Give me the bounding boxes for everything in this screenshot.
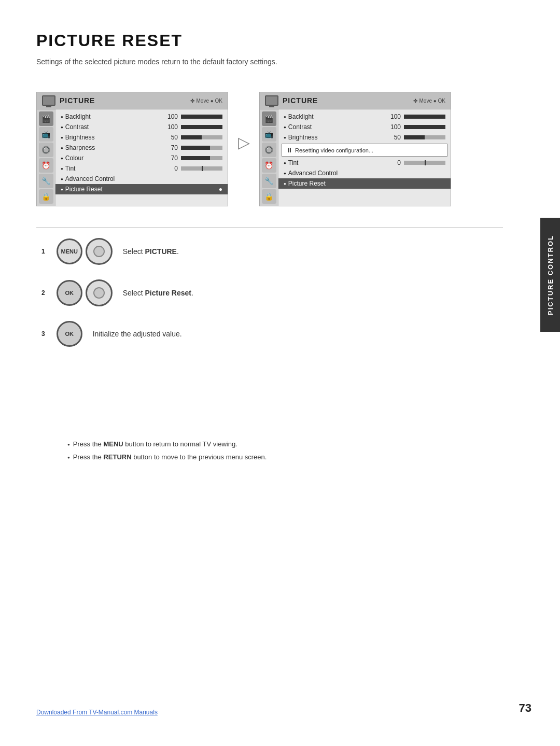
joystick-2-inner bbox=[93, 287, 105, 299]
bullet: ● bbox=[61, 146, 63, 150]
item-value: 100 bbox=[389, 113, 401, 120]
note-1-bold: MENU bbox=[103, 440, 123, 448]
item-label: Backlight bbox=[65, 113, 166, 120]
item-value: 100 bbox=[389, 123, 401, 131]
sidebar-icon-r5: 🔧 bbox=[262, 174, 276, 188]
screen-left-title: PICTURE bbox=[60, 96, 186, 105]
screen-right-nav: ✤ Move ● OK bbox=[413, 98, 446, 104]
sidebar-icon-2: 📺 bbox=[39, 127, 53, 142]
bar-fill bbox=[181, 125, 222, 129]
ok-button-2-label: OK bbox=[65, 290, 74, 296]
tint-marker bbox=[425, 160, 426, 165]
monitor-icon-right bbox=[265, 95, 278, 106]
bullet: ● bbox=[61, 115, 63, 119]
menu-item-reset-left: ● Picture Reset ● bbox=[55, 184, 228, 194]
menu-item-sharpness-left: ● Sharpness 70 bbox=[55, 143, 228, 153]
bar-container bbox=[404, 115, 445, 119]
reset-icon: ⏸ bbox=[286, 146, 293, 154]
item-label: Brightness bbox=[65, 134, 166, 141]
joystick-1[interactable] bbox=[86, 238, 113, 265]
item-label: Contrast bbox=[288, 123, 389, 131]
bar-tint bbox=[181, 166, 222, 171]
bar-fill bbox=[181, 156, 210, 160]
bar-fill bbox=[181, 135, 202, 139]
bullet: ● bbox=[61, 166, 63, 171]
bar-container bbox=[181, 115, 222, 119]
bullet: ● bbox=[61, 135, 63, 140]
footer-link[interactable]: Downloaded From TV-Manual.com Manuals bbox=[36, 709, 158, 716]
sidebar-icon-5: 🔧 bbox=[39, 174, 53, 188]
page-number: 73 bbox=[519, 701, 531, 715]
sidebar-icon-r4: ⏰ bbox=[262, 158, 276, 173]
item-label: Advanced Control bbox=[65, 175, 222, 182]
note-1-text: Press the MENU button to return to norma… bbox=[73, 440, 237, 448]
ok-button-3-label: OK bbox=[65, 331, 74, 337]
step-2-row: 2 OK Select Picture Reset. bbox=[41, 279, 503, 306]
joystick-1-inner bbox=[93, 246, 105, 257]
screens-row: PICTURE ✤ Move ● OK 🎬 📺 🔘 ⏰ 🔧 🔒 bbox=[36, 92, 503, 206]
screen-left-body: 🎬 📺 🔘 ⏰ 🔧 🔒 ● Backlight 100 bbox=[37, 109, 228, 206]
screen-right-body: 🎬 📺 🔘 ⏰ 🔧 🔒 ● Backlight 100 ● bbox=[260, 109, 451, 206]
bullet: ● bbox=[61, 177, 63, 181]
ok-button-2[interactable]: OK bbox=[57, 280, 82, 306]
sidebar-icon-3: 🔘 bbox=[39, 143, 53, 157]
bar-fill bbox=[404, 115, 445, 119]
menu-item-backlight-left: ● Backlight 100 bbox=[55, 111, 228, 122]
bullet: ● bbox=[61, 125, 63, 130]
item-label: Picture Reset bbox=[65, 186, 219, 193]
item-label: Tint bbox=[65, 165, 166, 172]
step-1-bold: PICTURE bbox=[145, 247, 177, 256]
sidebar-icon-4: ⏰ bbox=[39, 158, 53, 173]
menu-item-colour-left: ● Colour 70 bbox=[55, 153, 228, 163]
screen-right-sidebar: 🎬 📺 🔘 ⏰ 🔧 🔒 bbox=[260, 109, 278, 206]
item-label: Contrast bbox=[65, 123, 166, 131]
step-2-buttons: OK bbox=[57, 279, 113, 306]
steps-section: 1 MENU Select PICTURE. 2 OK bbox=[36, 238, 503, 347]
menu-item-brightness-right: ● Brightness 50 bbox=[278, 132, 451, 143]
step-1-row: 1 MENU Select PICTURE. bbox=[41, 238, 503, 265]
menu-item-backlight-right: ● Backlight 100 bbox=[278, 111, 451, 122]
bullet: ● bbox=[284, 135, 286, 140]
bar-fill bbox=[181, 115, 222, 119]
sidebar-icon-6: 🔒 bbox=[39, 189, 53, 204]
menu-item-brightness-left: ● Brightness 50 bbox=[55, 132, 228, 143]
page-subtitle: Settings of the selected picture modes r… bbox=[36, 58, 503, 66]
note-2-bold: RETURN bbox=[103, 453, 131, 461]
item-value: 70 bbox=[166, 154, 178, 162]
menu-item-contrast-right: ● Contrast 100 bbox=[278, 122, 451, 132]
menu-item-contrast-left: ● Contrast 100 bbox=[55, 122, 228, 132]
move-icon-right: ✤ bbox=[413, 98, 417, 104]
side-label: PICTURE CONTROL bbox=[540, 218, 560, 332]
menu-button[interactable]: MENU bbox=[57, 238, 82, 264]
menu-item-reset-right: ● Picture Reset bbox=[278, 178, 451, 189]
screen-left-menu: ● Backlight 100 ● Contrast 100 ● Brightn… bbox=[55, 109, 228, 206]
item-value: 50 bbox=[389, 134, 401, 141]
bullet: ● bbox=[61, 187, 63, 192]
bullet: ● bbox=[284, 171, 286, 176]
menu-item-advanced-right: ● Advanced Control bbox=[278, 168, 451, 178]
bullet: ● bbox=[284, 115, 286, 119]
step-3-buttons: OK bbox=[57, 321, 82, 347]
page-title: PICTURE RESET bbox=[36, 31, 503, 50]
selected-dot: ● bbox=[219, 186, 222, 193]
ok-button-3[interactable]: OK bbox=[57, 321, 82, 347]
sidebar-icon-r3: 🔘 bbox=[262, 143, 276, 157]
item-label: Colour bbox=[65, 154, 166, 162]
item-value: 50 bbox=[166, 134, 178, 141]
item-label: Advanced Control bbox=[288, 170, 445, 177]
reset-message-box: ⏸ Resetting video configuration... bbox=[282, 144, 447, 157]
sidebar-icon-r2: 📺 bbox=[262, 127, 276, 142]
nav-text-right: Move ● OK bbox=[419, 98, 446, 104]
monitor-icon-left bbox=[42, 95, 55, 106]
move-icon: ✤ bbox=[190, 98, 194, 104]
note-bullet-1: ● bbox=[67, 442, 70, 447]
notes-section: ● Press the MENU button to return to nor… bbox=[36, 440, 503, 461]
screen-right-header: PICTURE ✤ Move ● OK bbox=[260, 92, 451, 109]
note-1: ● Press the MENU button to return to nor… bbox=[67, 440, 503, 448]
joystick-2[interactable] bbox=[86, 279, 113, 306]
menu-button-label: MENU bbox=[61, 248, 77, 255]
bar-container bbox=[181, 146, 222, 150]
arrow-right: ▷ bbox=[228, 92, 259, 151]
bar-fill bbox=[181, 146, 210, 150]
step-1-text: Select PICTURE. bbox=[123, 247, 179, 256]
